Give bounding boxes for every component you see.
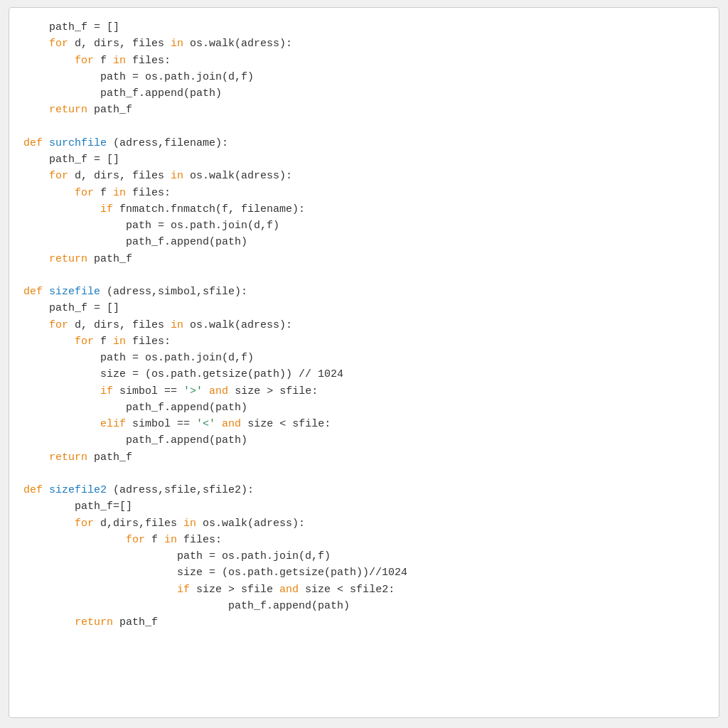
code-container: path_f = [] for d, dirs, files in os.wal… — [9, 7, 719, 718]
code-block: path_f = [] for d, dirs, files in os.wal… — [23, 19, 705, 631]
